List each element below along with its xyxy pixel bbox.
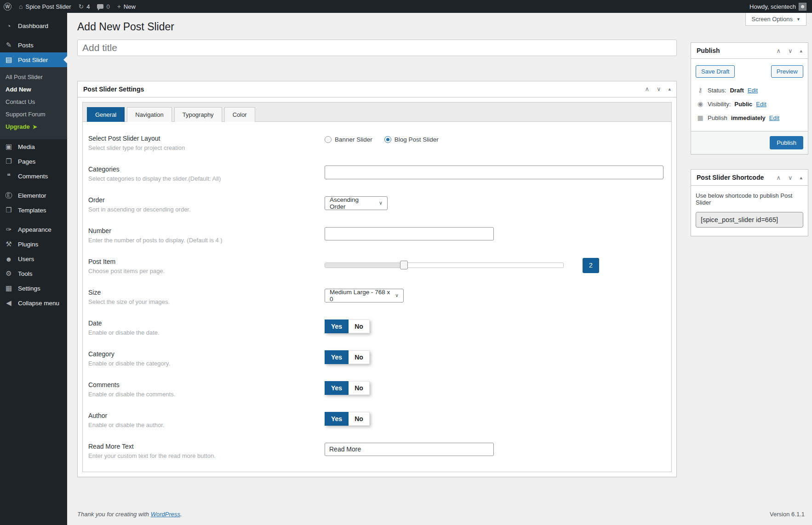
slider-handle[interactable] xyxy=(400,261,408,269)
move-down-icon[interactable]: ∨ xyxy=(657,86,661,92)
size-select-value: Medium Large - 768 x 0 xyxy=(330,289,390,302)
sidebar-item-label: Tools xyxy=(18,270,33,277)
post-title-input[interactable] xyxy=(77,40,677,56)
toggle-panel-icon[interactable]: ▴ xyxy=(800,175,802,180)
move-up-icon[interactable]: ∧ xyxy=(776,48,781,54)
size-description: Select the size of your images. xyxy=(88,298,314,305)
comments-toggle-no[interactable]: No xyxy=(349,381,370,395)
updates-menu[interactable]: ↻ 4 xyxy=(78,0,90,13)
banner-slider-radio[interactable]: Banner Slider xyxy=(325,136,372,143)
status-label: Status: xyxy=(708,87,726,94)
edit-schedule-link[interactable]: Edit xyxy=(769,114,779,121)
edit-visibility-link[interactable]: Edit xyxy=(756,101,766,108)
submenu-item-upgrade[interactable]: Upgrade ➤ xyxy=(0,120,67,133)
blog-post-slider-radio[interactable]: Blog Post Slider xyxy=(384,136,439,143)
edit-status-link[interactable]: Edit xyxy=(748,87,758,94)
shortcode-input[interactable] xyxy=(696,212,803,228)
tab-navigation[interactable]: Navigation xyxy=(127,107,172,122)
site-name-menu[interactable]: ⌂ Spice Post Slider xyxy=(19,0,71,13)
collapse-menu-label: Collapse menu xyxy=(18,300,59,307)
pages-icon: ❐ xyxy=(4,157,13,165)
toggle-panel-icon[interactable]: ▴ xyxy=(668,86,671,91)
date-toggle-no[interactable]: No xyxy=(349,320,370,333)
my-account-menu[interactable]: Howdy, scientech ☻ xyxy=(749,0,806,13)
comments-menu[interactable]: 0 xyxy=(97,0,109,13)
schedule-row: ▦ Publish immediately Edit xyxy=(696,111,803,125)
settings-icon: ▦ xyxy=(4,284,13,292)
status-row: ⚷ Status: Draft Edit xyxy=(696,83,803,97)
comments-toggle-yes[interactable]: Yes xyxy=(325,381,349,395)
category-toggle-yes[interactable]: Yes xyxy=(325,350,349,364)
sidebar-item-dashboard[interactable]: ◔ Dashboard xyxy=(0,18,67,33)
category-row: Category Enable or disable the category.… xyxy=(88,350,662,367)
sidebar-item-comments[interactable]: ❝ Comments xyxy=(0,169,67,183)
status-value: Draft xyxy=(730,87,743,94)
sidebar-item-label: Comments xyxy=(18,173,48,180)
read-more-input[interactable] xyxy=(325,443,494,456)
sidebar-item-users[interactable]: ☻ Users xyxy=(0,251,67,266)
submenu-item-support-forum[interactable]: Support Forum xyxy=(0,108,67,120)
save-draft-button[interactable]: Save Draft xyxy=(696,65,735,78)
wordpress-link[interactable]: WordPress xyxy=(151,511,180,518)
author-toggle-no[interactable]: No xyxy=(349,412,370,426)
radio-unchecked-icon xyxy=(325,136,332,143)
order-label: Order xyxy=(88,196,314,204)
post-item-label: Post Item xyxy=(88,258,314,265)
date-toggle-yes[interactable]: Yes xyxy=(325,320,349,333)
submenu-item-contact-us[interactable]: Contact Us xyxy=(0,96,67,108)
collapse-menu-button[interactable]: ◀ Collapse menu xyxy=(0,296,67,310)
sidebar-item-label: Users xyxy=(18,256,34,262)
sidebar-item-label: Elementor xyxy=(18,192,46,199)
sidebar-item-elementor[interactable]: Ⓔ Elementor xyxy=(0,188,67,203)
sidebar-item-label: Dashboard xyxy=(18,23,48,29)
sidebar-item-post-slider[interactable]: ▤ Post Slider xyxy=(0,52,67,67)
tab-typography[interactable]: Typography xyxy=(174,107,222,122)
publish-metabox-header: Publish ∧ ∨ ▴ xyxy=(691,43,808,59)
sidebar-item-pages[interactable]: ❐ Pages xyxy=(0,154,67,169)
plugins-icon: ⚒ xyxy=(4,240,13,248)
sidebar-item-appearance[interactable]: ✑ Appearance xyxy=(0,222,67,237)
settings-tabbar: General Navigation Typography Color xyxy=(83,103,671,122)
templates-icon: ❒ xyxy=(4,206,13,214)
size-select[interactable]: Medium Large - 768 x 0 ∨ xyxy=(325,289,404,302)
preview-button[interactable]: Preview xyxy=(771,65,803,78)
post-item-slider: 2 xyxy=(325,258,599,273)
toggle-panel-icon[interactable]: ▴ xyxy=(800,48,802,53)
category-toggle-no[interactable]: No xyxy=(349,350,370,364)
sidebar-item-media[interactable]: ▣ Media xyxy=(0,139,67,154)
tab-general[interactable]: General xyxy=(87,107,125,122)
wordpress-logo-menu[interactable]: W xyxy=(4,0,11,13)
visibility-label: Visibility: xyxy=(708,101,731,108)
updates-icon: ↻ xyxy=(78,3,84,10)
users-icon: ☻ xyxy=(4,255,13,263)
categories-description: Select categories to display the slider.… xyxy=(88,175,314,182)
move-down-icon[interactable]: ∨ xyxy=(788,48,793,54)
move-down-icon[interactable]: ∨ xyxy=(788,175,793,181)
sidebar-item-tools[interactable]: ⚙ Tools xyxy=(0,266,67,281)
submenu-item-add-new[interactable]: Add New xyxy=(0,83,67,96)
home-icon: ⌂ xyxy=(19,3,23,10)
sidebar-item-settings[interactable]: ▦ Settings xyxy=(0,281,67,296)
tab-general-content: Select Post Slider Layout Select slider … xyxy=(83,122,671,472)
size-row: Size Select the size of your images. Med… xyxy=(88,289,662,306)
date-toggle: Yes No xyxy=(325,320,370,333)
new-content-menu[interactable]: + New xyxy=(117,0,136,13)
sidebar-item-templates[interactable]: ❒ Templates xyxy=(0,203,67,217)
move-up-icon[interactable]: ∧ xyxy=(776,175,781,181)
tab-color[interactable]: Color xyxy=(224,107,255,122)
categories-row: Categories Select categories to display … xyxy=(88,165,662,183)
submenu-item-all-post-slider[interactable]: All Post Slider xyxy=(0,71,67,83)
author-toggle-yes[interactable]: Yes xyxy=(325,412,349,426)
metabox-header: Post Slider Settings ∧ ∨ ▴ xyxy=(78,81,676,97)
categories-input[interactable] xyxy=(325,165,663,179)
screen-options-button[interactable]: Screen Options ▼ xyxy=(745,13,806,26)
slider-track[interactable] xyxy=(325,262,564,268)
move-up-icon[interactable]: ∧ xyxy=(645,86,649,92)
publish-button[interactable]: Publish xyxy=(770,136,803,149)
sidebar-item-posts[interactable]: ✎ Posts xyxy=(0,38,67,52)
sidebar-item-plugins[interactable]: ⚒ Plugins xyxy=(0,237,67,251)
number-input[interactable] xyxy=(325,227,494,240)
layout-row: Select Post Slider Layout Select slider … xyxy=(88,135,662,152)
admin-footer: Thank you for creating with WordPress. V… xyxy=(67,506,812,525)
order-select[interactable]: Ascending Order ∨ xyxy=(325,196,388,210)
